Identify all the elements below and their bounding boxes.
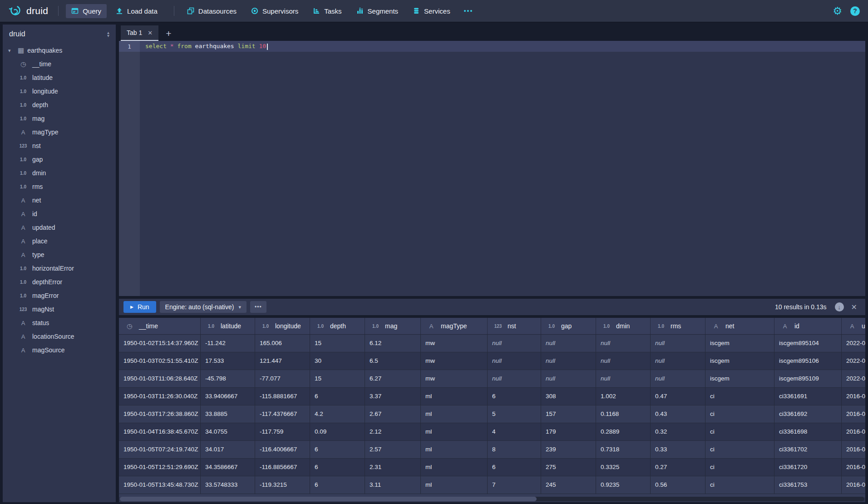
sidebar-item-latitude[interactable]: 1.0latitude bbox=[3, 71, 116, 84]
horizontal-scrollbar-thumb[interactable] bbox=[120, 497, 537, 501]
table-cell[interactable]: 6 bbox=[310, 441, 365, 458]
table-cell[interactable]: ml bbox=[421, 476, 488, 494]
table-cell[interactable]: ml bbox=[421, 405, 488, 423]
table-cell[interactable]: 4.2 bbox=[310, 405, 365, 423]
tab-close-icon[interactable]: ✕ bbox=[148, 30, 153, 36]
table-cell[interactable]: 0.7318 bbox=[596, 441, 651, 458]
nav-item-tasks[interactable]: Tasks bbox=[307, 4, 347, 18]
sidebar-item-dmin[interactable]: 1.0dmin bbox=[3, 166, 116, 180]
table-cell[interactable]: 0.27 bbox=[651, 459, 705, 476]
column-header-upd[interactable]: Aupd bbox=[842, 318, 865, 334]
table-cell[interactable]: 2016-0 bbox=[842, 476, 865, 494]
table-cell[interactable]: ci bbox=[705, 459, 774, 476]
table-cell[interactable]: ci bbox=[705, 388, 774, 405]
nav-item-datasources[interactable]: Datasources bbox=[182, 4, 242, 18]
column-header-nst[interactable]: 123nst bbox=[488, 318, 541, 334]
table-cell[interactable]: 1950-01-05T07:24:19.740Z bbox=[119, 441, 201, 458]
table-cell[interactable]: 2016-0 bbox=[842, 459, 865, 476]
table-cell[interactable]: mw bbox=[421, 335, 488, 352]
settings-gear-icon[interactable]: ⚙ bbox=[833, 6, 842, 16]
table-cell[interactable]: 2022-0 bbox=[842, 352, 865, 370]
table-cell[interactable]: null bbox=[541, 370, 596, 387]
table-cell[interactable]: 5 bbox=[488, 405, 541, 423]
table-cell[interactable]: 1950-01-04T16:38:45.670Z bbox=[119, 423, 201, 440]
table-cell[interactable]: 1950-01-03T11:06:28.640Z bbox=[119, 370, 201, 387]
sidebar-item-magError[interactable]: 1.0magError bbox=[3, 289, 116, 302]
double-caret-vertical-icon[interactable]: ▴▾ bbox=[107, 31, 109, 37]
table-cell[interactable]: 157 bbox=[541, 405, 596, 423]
column-header-gap[interactable]: 1.0gap bbox=[541, 318, 596, 334]
table-cell[interactable]: 3.37 bbox=[365, 388, 421, 405]
table-cell[interactable]: null bbox=[488, 352, 541, 370]
column-header-net[interactable]: Anet bbox=[705, 318, 774, 334]
table-cell[interactable]: ci bbox=[705, 405, 774, 423]
table-cell[interactable]: 6 bbox=[310, 388, 365, 405]
table-cell[interactable]: ci bbox=[705, 441, 774, 458]
sql-editor[interactable]: 1 select * from earthquakes limit 10 bbox=[119, 41, 865, 296]
nav-item-supervisors[interactable]: Supervisors bbox=[246, 4, 304, 18]
table-cell[interactable]: ci3361720 bbox=[774, 459, 842, 476]
table-cell[interactable]: 17.533 bbox=[201, 352, 255, 370]
table-cell[interactable]: 6.12 bbox=[365, 335, 421, 352]
sidebar-item-updated[interactable]: Aupdated bbox=[3, 221, 116, 234]
table-cell[interactable]: 3.11 bbox=[365, 476, 421, 494]
table-cell[interactable]: 2.12 bbox=[365, 423, 421, 440]
table-cell[interactable]: 1950-01-03T11:26:30.040Z bbox=[119, 388, 201, 405]
tab-tab-1[interactable]: Tab 1 ✕ bbox=[121, 25, 158, 41]
table-cell[interactable]: 2022-0 bbox=[842, 335, 865, 352]
table-cell[interactable]: 2.57 bbox=[365, 441, 421, 458]
query-more-button[interactable]: ••• bbox=[250, 301, 266, 313]
column-header-mag[interactable]: 1.0mag bbox=[365, 318, 421, 334]
nav-more-button[interactable]: ••• bbox=[459, 5, 478, 17]
table-cell[interactable]: 0.33 bbox=[651, 441, 705, 458]
sidebar-item-place[interactable]: Aplace bbox=[3, 234, 116, 248]
table-cell[interactable]: 34.0755 bbox=[201, 423, 255, 440]
table-cell[interactable]: 1950-01-03T02:51:55.410Z bbox=[119, 352, 201, 370]
table-cell[interactable]: 165.006 bbox=[255, 335, 310, 352]
sidebar-item-gap[interactable]: 1.0gap bbox=[3, 153, 116, 166]
table-cell[interactable]: 6 bbox=[488, 459, 541, 476]
add-tab-button[interactable]: + bbox=[166, 28, 171, 41]
table-cell[interactable]: ci3361753 bbox=[774, 476, 842, 494]
table-cell[interactable]: 6.27 bbox=[365, 370, 421, 387]
sidebar-item-type[interactable]: Atype bbox=[3, 248, 116, 262]
table-cell[interactable]: 4 bbox=[488, 423, 541, 440]
table-cell[interactable]: 179 bbox=[541, 423, 596, 440]
column-header-depth[interactable]: 1.0depth bbox=[310, 318, 365, 334]
sidebar-item-depth[interactable]: 1.0depth bbox=[3, 98, 116, 112]
table-cell[interactable]: -119.3215 bbox=[255, 476, 310, 494]
table-cell[interactable]: 0.32 bbox=[651, 423, 705, 440]
table-cell[interactable]: 33.8885 bbox=[201, 405, 255, 423]
table-cell[interactable]: -77.077 bbox=[255, 370, 310, 387]
table-cell[interactable]: ci3361698 bbox=[774, 423, 842, 440]
table-cell[interactable]: iscgem bbox=[705, 370, 774, 387]
chevron-down-icon[interactable]: ▾ bbox=[8, 48, 15, 54]
table-cell[interactable]: null bbox=[596, 352, 651, 370]
sidebar-item-net[interactable]: Anet bbox=[3, 193, 116, 207]
table-cell[interactable]: 33.5748333 bbox=[201, 476, 255, 494]
column-header-longitude[interactable]: 1.0longitude bbox=[255, 318, 310, 334]
table-cell[interactable]: ml bbox=[421, 388, 488, 405]
column-header-id[interactable]: Aid bbox=[774, 318, 842, 334]
column-header-dmin[interactable]: 1.0dmin bbox=[596, 318, 651, 334]
table-cell[interactable]: iscgem bbox=[705, 335, 774, 352]
column-header-magType[interactable]: AmagType bbox=[421, 318, 488, 334]
table-cell[interactable]: ml bbox=[421, 423, 488, 440]
table-cell[interactable]: 15 bbox=[310, 370, 365, 387]
table-cell[interactable]: 245 bbox=[541, 476, 596, 494]
sidebar-item-magType[interactable]: AmagType bbox=[3, 125, 116, 139]
table-cell[interactable]: 0.2889 bbox=[596, 423, 651, 440]
table-cell[interactable]: 0.1168 bbox=[596, 405, 651, 423]
download-icon[interactable]: ↓ bbox=[835, 302, 844, 311]
table-cell[interactable]: -115.8881667 bbox=[255, 388, 310, 405]
table-cell[interactable]: ci3361702 bbox=[774, 441, 842, 458]
druid-brand[interactable]: druid bbox=[8, 4, 48, 18]
table-cell[interactable]: -116.8856667 bbox=[255, 459, 310, 476]
close-results-icon[interactable]: ✕ bbox=[851, 303, 857, 311]
table-cell[interactable]: iscgem bbox=[705, 352, 774, 370]
table-cell[interactable]: 6.5 bbox=[365, 352, 421, 370]
table-cell[interactable]: 2.67 bbox=[365, 405, 421, 423]
column-header-rms[interactable]: 1.0rms bbox=[651, 318, 705, 334]
table-cell[interactable]: 0.56 bbox=[651, 476, 705, 494]
table-cell[interactable]: ci bbox=[705, 476, 774, 494]
